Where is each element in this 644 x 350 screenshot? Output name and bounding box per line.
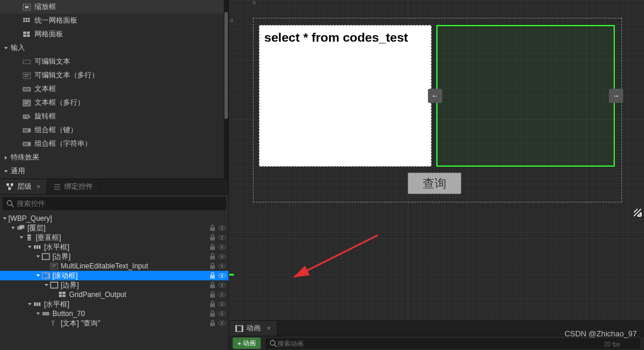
hierarchy-tree: [WBP_Query][覆层][垂直框][水平框][边界]MultiLineEd… — [0, 212, 229, 350]
tree-row[interactable]: [边界] — [0, 280, 229, 290]
eye-icon[interactable] — [218, 271, 226, 280]
scrollbox-icon — [42, 272, 50, 279]
tab-close-button[interactable]: × — [36, 183, 40, 191]
svg-point-77 — [221, 293, 223, 296]
lock-icon[interactable] — [208, 300, 217, 308]
tree-row[interactable]: T[文本] "查询" — [0, 318, 229, 328]
bind-icon — [53, 183, 61, 191]
chevron-down-icon[interactable] — [43, 282, 50, 289]
palette-item-combostr[interactable]: 组合框（字符串） — [0, 137, 229, 151]
svg-rect-75 — [210, 294, 215, 298]
eye-icon[interactable] — [218, 300, 226, 308]
svg-rect-78 — [34, 302, 36, 306]
lock-icon[interactable] — [208, 233, 217, 242]
category-fx[interactable]: 特殊效果 — [0, 151, 229, 164]
tree-row[interactable]: MultiLineEditableText_Input — [0, 261, 229, 271]
animation-search[interactable] — [265, 338, 640, 349]
svg-rect-48 — [39, 245, 40, 249]
svg-point-87 — [221, 312, 223, 315]
palette-item-editabletext-ml[interactable]: 可编辑文本（多行） — [0, 68, 229, 82]
lock-icon[interactable] — [208, 319, 217, 327]
hierarchy-panel: 层级 × 绑定控件 [WBP_Query][覆层][垂直框][水平框][边界]M… — [0, 179, 229, 350]
resize-handle[interactable] — [633, 208, 642, 217]
lock-icon[interactable] — [208, 252, 217, 261]
chevron-down-icon[interactable] — [26, 301, 33, 308]
eye-icon[interactable] — [218, 262, 226, 270]
tab-bind-widgets[interactable]: 绑定控件 — [47, 179, 99, 194]
eye-icon[interactable] — [218, 319, 226, 327]
textbox-value: select * from codes_test — [264, 30, 408, 44]
svg-point-45 — [221, 236, 223, 239]
palette-item-button[interactable]: 按钮 — [0, 178, 229, 179]
svg-line-34 — [11, 205, 14, 207]
category-common[interactable]: 通用 — [0, 164, 229, 178]
hierarchy-search[interactable] — [2, 197, 226, 210]
hbox-icon — [33, 243, 42, 251]
chevron-down-icon[interactable] — [35, 310, 42, 317]
eye-icon[interactable] — [218, 252, 226, 261]
svg-rect-72 — [62, 292, 65, 294]
lock-icon[interactable] — [208, 262, 217, 270]
eye-icon[interactable] — [218, 290, 226, 299]
palette-item-scalebox[interactable]: 缩放框 — [0, 0, 229, 14]
selection-nav-right[interactable]: → — [609, 89, 623, 103]
svg-rect-25 — [7, 183, 9, 186]
lock-icon[interactable] — [208, 290, 217, 299]
chevron-down-icon[interactable] — [35, 253, 42, 260]
palette-item-uniformgrid[interactable]: 统一网格面板 — [0, 14, 229, 27]
eye-icon[interactable] — [218, 243, 226, 251]
tab-close-button[interactable]: × — [267, 324, 271, 333]
chevron-down-icon[interactable] — [26, 243, 33, 251]
svg-point-51 — [221, 246, 223, 248]
palette-item-combokey[interactable]: 组合框（键） — [0, 123, 229, 137]
palette-item-textbox-ml[interactable]: 文本框（多行） — [0, 96, 229, 110]
tab-label: 绑定控件 — [64, 182, 93, 192]
lock-icon[interactable] — [208, 310, 217, 318]
tab-animation[interactable]: 动画 × — [229, 321, 277, 336]
designer-selected-scrollbox[interactable]: ← → — [436, 25, 615, 167]
fps-label: 20 fps — [604, 341, 620, 348]
chevron-down-icon[interactable] — [18, 234, 25, 241]
lock-icon[interactable] — [208, 224, 217, 232]
eye-icon[interactable] — [218, 281, 226, 289]
category-input[interactable]: 输入 — [0, 41, 229, 55]
chevron-down-icon[interactable] — [10, 224, 17, 232]
lock-icon[interactable] — [208, 271, 217, 280]
add-animation-button[interactable]: + 动画 — [233, 338, 261, 349]
button-icon — [42, 310, 50, 317]
designer-textbox-input[interactable]: select * from codes_test — [259, 25, 432, 167]
tree-spacer — [43, 262, 50, 270]
lock-icon[interactable] — [208, 281, 217, 289]
tree-row[interactable]: [覆层] — [0, 223, 229, 233]
svg-rect-73 — [59, 295, 62, 297]
lock-icon[interactable] — [208, 243, 217, 251]
eye-icon[interactable] — [218, 233, 226, 242]
tree-row[interactable]: Button_70 — [0, 309, 229, 318]
palette-scrollbar[interactable] — [224, 0, 229, 179]
tree-row[interactable]: [垂直框] — [0, 233, 229, 242]
svg-rect-16 — [23, 88, 30, 91]
designer-canvas[interactable]: 0 0 select * from codes_test ← → 查询 — [229, 0, 644, 320]
selection-nav-left[interactable]: ← — [428, 89, 442, 103]
palette-item-spinbox[interactable]: 3 旋转框 — [0, 110, 229, 123]
tree-row[interactable]: [水平框] — [0, 299, 229, 309]
animation-search-input[interactable] — [277, 340, 637, 347]
tree-row[interactable]: [边界] — [0, 252, 229, 261]
editabletext-ml-icon — [23, 72, 31, 79]
svg-rect-85 — [210, 313, 215, 317]
chevron-down-icon[interactable] — [35, 272, 42, 279]
chevron-down-icon[interactable] — [1, 215, 8, 222]
tree-row[interactable]: GridPanel_Output — [0, 290, 229, 299]
tree-row[interactable]: [滚动框] — [0, 271, 229, 280]
palette-item-editabletext[interactable]: 可编辑文本 — [0, 55, 229, 68]
tab-hierarchy[interactable]: 层级 × — [0, 179, 47, 194]
eye-icon[interactable] — [218, 310, 226, 318]
hierarchy-search-input[interactable] — [17, 199, 223, 208]
svg-rect-10 — [23, 35, 26, 37]
designer-query-button[interactable]: 查询 — [408, 173, 461, 194]
palette-item-gridpanel[interactable]: 网格面板 — [0, 27, 229, 41]
tree-row[interactable]: [WBP_Query] — [0, 214, 229, 223]
palette-item-textbox[interactable]: 文本框 — [0, 82, 229, 96]
tree-row[interactable]: [水平框] — [0, 242, 229, 252]
eye-icon[interactable] — [218, 224, 226, 232]
